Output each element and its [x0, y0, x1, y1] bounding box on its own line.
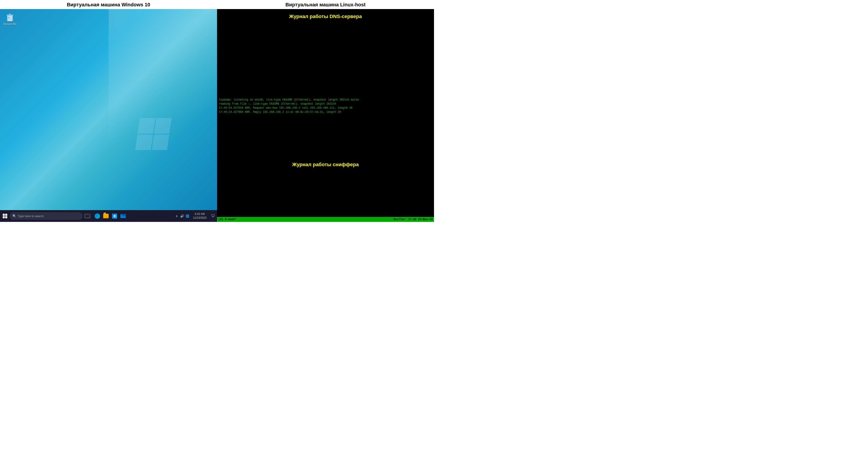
- dns-journal-title: Журнал работы DNS-сервера: [217, 13, 434, 20]
- mail-app-icon[interactable]: [119, 212, 127, 220]
- clock-time: 6:42 AM: [195, 212, 205, 216]
- start-icon: [3, 214, 7, 218]
- svg-rect-2: [9, 14, 11, 15]
- linux-vm-panel: Журнал работы DNS-сервера tcpdump: liste…: [217, 9, 434, 222]
- sniffer-journal-title: Журнал работы сниффера: [217, 162, 434, 168]
- task-view-button[interactable]: [83, 212, 91, 220]
- notification-center-button[interactable]: 🗨: [210, 213, 216, 219]
- terminal-line-1: tcpdump: listening on ens36, link-type E…: [219, 98, 432, 102]
- recycle-bin-label: Recycle Bin: [3, 23, 17, 25]
- clock-date: 11/23/2023: [193, 216, 207, 220]
- windows-logo-watermark: [137, 118, 169, 150]
- taskbar-pinned-apps: ⊞: [93, 212, 127, 220]
- taskbar-search-bar[interactable]: 🔍 Type here to search: [10, 212, 82, 220]
- edge-browser-icon: [95, 213, 100, 219]
- file-explorer-icon: [103, 214, 108, 218]
- windows-taskbar: 🔍 Type here to search ⊞: [0, 210, 217, 222]
- start-pane-4: [5, 216, 7, 218]
- linux-dns-panel: Журнал работы DNS-сервера tcpdump: liste…: [217, 9, 434, 116]
- taskbar-right-area: ∧ 🔊 🌐 6:42 AM 11/23/2023 🗨: [175, 212, 216, 220]
- taskbar-clock[interactable]: 6:42 AM 11/23/2023: [192, 212, 208, 220]
- start-pane-1: [3, 214, 5, 216]
- linux-vm-title: Виртуальная машина Linux-host: [217, 2, 434, 8]
- win-logo-pane-bl: [135, 134, 153, 150]
- mail-icon: [120, 214, 126, 218]
- start-button[interactable]: [1, 212, 9, 220]
- main-content: ♻ Recycle Bin: [0, 9, 434, 222]
- windows-desktop: ♻ Recycle Bin: [0, 9, 217, 210]
- svg-line-5: [11, 16, 11, 20]
- win-vm-title: Виртуальная машина Windows 10: [0, 2, 217, 8]
- terminal-line-4: 17:40:24.527964 ARP, Reply 192.168.100.2…: [219, 110, 432, 114]
- edge-app-icon[interactable]: [93, 212, 101, 220]
- win-logo-pane-tl: [137, 118, 155, 133]
- linux-tmux-statusbar: [0] 0:bash* 'Sniffer' 17:42 23-Nov-23: [217, 217, 434, 222]
- tmux-statusbar-right: 'Sniffer' 17:42 23-Nov-23: [392, 218, 433, 221]
- search-placeholder-text: Type here to search: [18, 214, 44, 218]
- win-logo-pane-tr: [154, 118, 172, 133]
- store-app-icon[interactable]: ⊞: [111, 212, 119, 220]
- notification-icon: 🗨: [211, 214, 215, 218]
- svg-text:♻: ♻: [8, 17, 9, 19]
- microsoft-store-icon: ⊞: [112, 213, 117, 218]
- system-tray: ∧ 🔊 🌐: [175, 214, 190, 218]
- recycle-bin-graphic: ♻: [5, 12, 15, 22]
- network-icon[interactable]: 🌐: [185, 214, 190, 218]
- linux-sniffer-panel: Журнал работы сниффера [0] 0:bash* 'Snif…: [217, 116, 434, 222]
- start-pane-2: [5, 214, 7, 216]
- top-labels-bar: Виртуальная машина Windows 10 Виртуальна…: [0, 0, 434, 9]
- vd-icon-inner: [85, 215, 89, 218]
- start-pane-3: [3, 216, 5, 218]
- virtual-desktop-icon: [84, 214, 91, 218]
- chevron-up-tray-icon[interactable]: ∧: [175, 214, 179, 218]
- volume-icon[interactable]: 🔊: [180, 214, 184, 218]
- windows-vm-panel: ♻ Recycle Bin: [0, 9, 217, 222]
- explorer-app-icon[interactable]: [102, 212, 110, 220]
- dns-terminal-output: tcpdump: listening on ens36, link-type E…: [217, 96, 434, 116]
- terminal-line-3: 17:40:24.527919 ARP, Request who-has 192…: [219, 106, 432, 110]
- tmux-statusbar-left: [0] 0:bash*: [218, 218, 236, 221]
- search-icon: 🔍: [12, 214, 16, 218]
- terminal-line-2: reading from file -, link-type EN10MB (E…: [219, 102, 432, 106]
- win-logo-pane-br: [152, 134, 169, 150]
- recycle-bin-icon[interactable]: ♻ Recycle Bin: [3, 12, 17, 25]
